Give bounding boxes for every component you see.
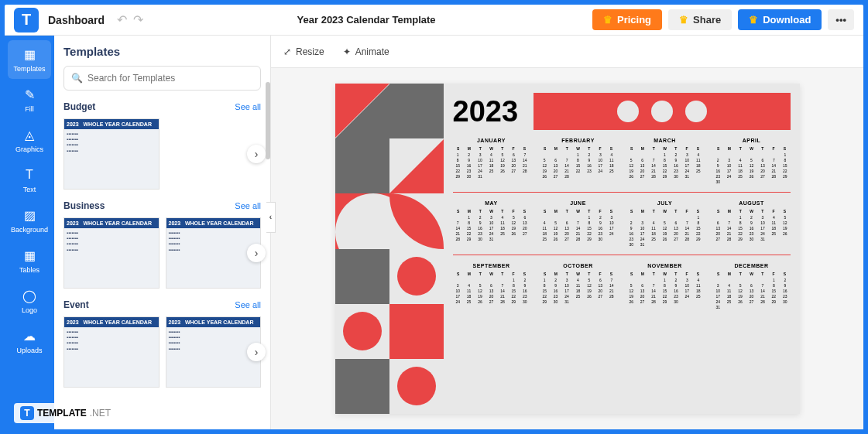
chevron-right-icon[interactable]: › <box>247 145 266 163</box>
dashboard-link[interactable]: Dashboard <box>48 14 105 26</box>
see-all-link[interactable]: See all <box>235 300 261 309</box>
decorative-art-column <box>335 84 444 414</box>
month-march: MARCHSMTWTFS1234567891011121314151617181… <box>626 138 704 184</box>
crown-icon: ♛ <box>749 14 758 26</box>
rail-item-text[interactable]: TText <box>8 161 51 200</box>
see-all-link[interactable]: See all <box>235 102 261 111</box>
template-thumbnail[interactable]: 2023 WHOLE YEAR CALENDAR▪▪▪▪▪▪▪▪▪▪▪▪▪▪▪▪… <box>63 217 160 289</box>
templates-icon: ▦ <box>22 46 37 62</box>
rail-item-tables[interactable]: ▦Tables <box>8 241 51 280</box>
rail-item-uploads[interactable]: ☁Uploads <box>8 322 51 361</box>
scrollbar[interactable] <box>266 82 270 159</box>
month-november: NOVEMBERSMTWTFS1234567891011121314151617… <box>626 263 704 309</box>
fill-icon: ✎ <box>22 87 37 102</box>
document-title[interactable]: Year 2023 Calendar Template <box>297 14 436 26</box>
templates-sidebar: Templates 🔍 BudgetSee all2023 WHOLE YEAR… <box>54 36 271 429</box>
resize-button[interactable]: ⤢Resize <box>283 46 324 57</box>
month-september: SEPTEMBERSMTWTFS123456789101112131415161… <box>453 263 530 309</box>
rail-item-templates[interactable]: ▦Templates <box>8 40 51 79</box>
category-title: Event <box>63 299 89 310</box>
template-thumbnail[interactable]: 2023 WHOLE YEAR CALENDAR▪▪▪▪▪▪▪▪▪▪▪▪▪▪▪▪… <box>63 316 160 388</box>
chevron-right-icon[interactable]: › <box>247 244 266 262</box>
template-thumbnail[interactable]: 2023 WHOLE YEAR CALENDAR▪▪▪▪▪▪▪▪▪▪▪▪▪▪▪▪… <box>63 118 160 190</box>
app-logo[interactable]: T <box>14 8 39 32</box>
month-january: JANUARYSMTWTFS12345678910111213141516171… <box>453 138 530 184</box>
calendar-year: 2023 <box>453 95 519 128</box>
rail-item-logo[interactable]: ◯Logo <box>8 282 51 320</box>
animate-icon: ✦ <box>343 46 351 57</box>
resize-icon: ⤢ <box>283 46 291 57</box>
see-all-link[interactable]: See all <box>235 201 261 210</box>
month-april: APRILSMTWTFS1234567891011121314151617181… <box>713 138 791 184</box>
rail-item-background[interactable]: ▨Background <box>8 201 51 240</box>
category-title: Budget <box>63 101 95 112</box>
animate-button[interactable]: ✦Animate <box>343 46 389 57</box>
month-may: MAYSMTWTFS123456789101112131415161718192… <box>453 200 530 247</box>
chevron-right-icon[interactable]: › <box>247 343 266 361</box>
month-december: DECEMBERSMTWTFS1234567891011121314151617… <box>713 263 791 309</box>
watermark: TTEMPLATE.NET <box>14 403 117 423</box>
download-button[interactable]: ♛Download <box>738 9 822 30</box>
uploads-icon: ☁ <box>22 328 37 343</box>
decorative-dots-band <box>533 93 790 130</box>
rail-item-graphics[interactable]: ◬Graphics <box>8 121 51 159</box>
more-menu-button[interactable]: ••• <box>828 9 854 30</box>
canvas-document[interactable]: 2023 JANUARYSMTWTFS123456789101112131415… <box>335 84 800 414</box>
pricing-button[interactable]: ♛Pricing <box>592 9 662 30</box>
month-february: FEBRUARYSMTWTFS1234567891011121314151617… <box>540 138 617 184</box>
month-august: AUGUSTSMTWTFS123456789101112131415161718… <box>713 200 791 247</box>
crown-icon: ♛ <box>603 14 612 26</box>
sidebar-title: Templates <box>63 45 261 58</box>
crown-icon: ♛ <box>679 14 688 26</box>
month-july: JULYSMTWTFS12345678910111213141516171819… <box>626 200 704 247</box>
category-title: Business <box>63 200 105 211</box>
share-button[interactable]: ♛Share <box>668 9 732 30</box>
undo-button[interactable]: ↶ <box>117 12 127 27</box>
background-icon: ▨ <box>22 207 37 223</box>
search-icon: 🔍 <box>71 73 83 84</box>
text-icon: T <box>22 167 37 183</box>
redo-button[interactable]: ↷ <box>133 12 143 27</box>
tables-icon: ▦ <box>22 248 37 263</box>
collapse-sidebar-button[interactable]: ‹ <box>266 202 276 233</box>
left-rail: ▦Templates✎Fill◬GraphicsTText▨Background… <box>5 36 54 429</box>
rail-item-fill[interactable]: ✎Fill <box>8 80 51 119</box>
graphics-icon: ◬ <box>22 127 37 142</box>
search-input[interactable] <box>63 66 261 91</box>
month-october: OCTOBERSMTWTFS12345678910111213141516171… <box>540 263 617 309</box>
month-june: JUNESMTWTFS12345678910111213141516171819… <box>540 200 617 247</box>
logo-icon: ◯ <box>22 288 37 303</box>
